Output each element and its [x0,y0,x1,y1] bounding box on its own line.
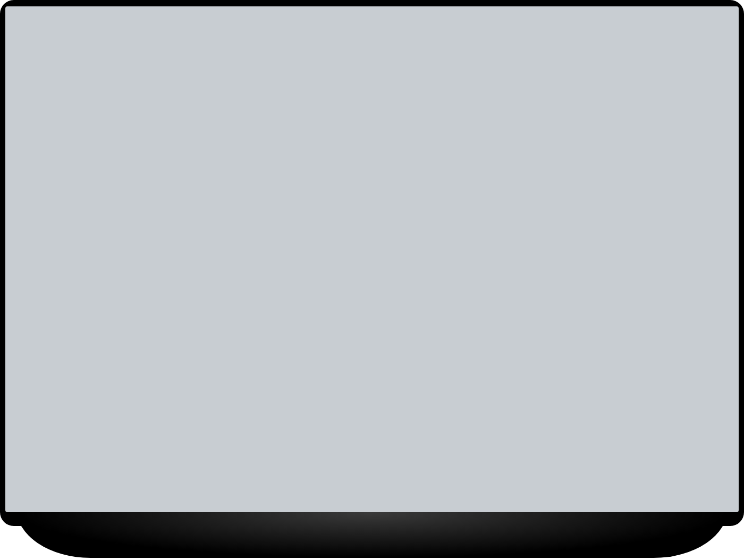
monitor-base [16,505,728,558]
app-window [5,6,739,512]
device-frame [0,0,744,560]
